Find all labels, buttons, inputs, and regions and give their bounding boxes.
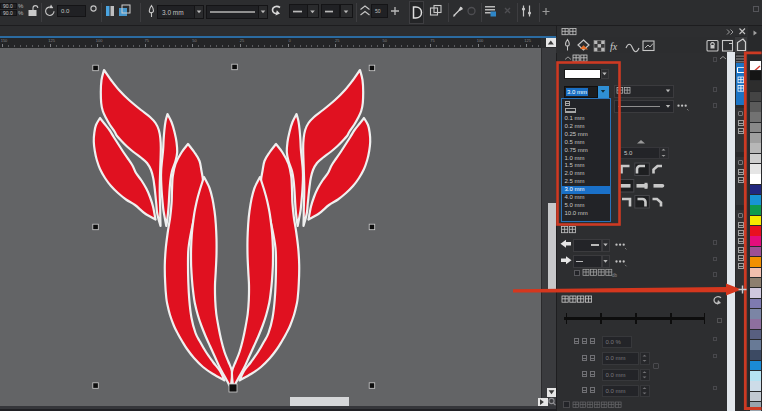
svg-text:db: db	[612, 273, 618, 278]
svg-text:fx: fx	[610, 41, 618, 52]
